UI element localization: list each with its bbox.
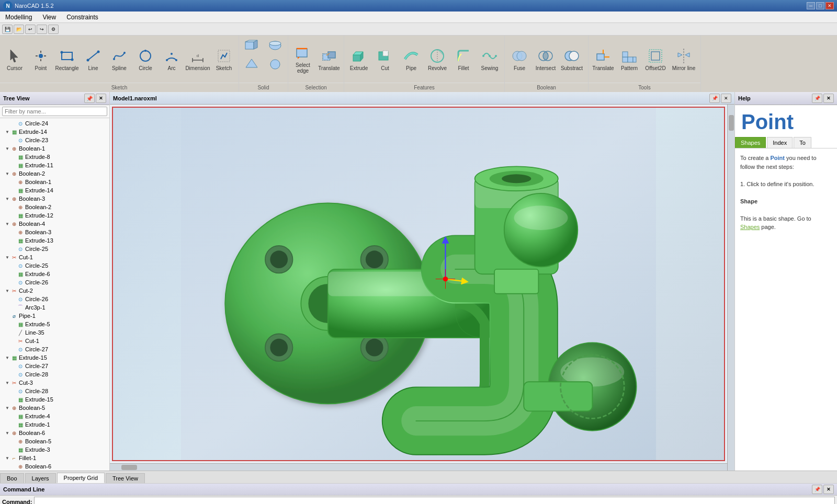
tree-item-boolean-1[interactable]: ▼ ⊕ Boolean-1 [0, 144, 109, 153]
tree-item-extrude-5[interactable]: ▦ Extrude-5 [0, 320, 109, 328]
scrollbar-thumb-v[interactable] [729, 115, 734, 131]
pattern-tool[interactable]: Pattern [617, 40, 642, 78]
tree-item-extrude-11[interactable]: ▦ Extrude-11 [0, 161, 109, 169]
offset2d-tool[interactable]: Offset2D [643, 40, 668, 78]
help-pin-button[interactable]: 📌 [812, 94, 822, 103]
solid-tool-2[interactable] [264, 37, 287, 54]
tree-item-boolean-6b[interactable]: ⊕ Boolean-6 [0, 462, 109, 471]
tree-item-extrude-14[interactable]: ▼ ▦ Extrude-14 [0, 128, 109, 136]
tree-item-boolean-2[interactable]: ▼ ⊕ Boolean-2 [0, 169, 109, 178]
translate-tool[interactable]: Translate [316, 40, 342, 78]
viewport-canvas[interactable] [112, 107, 725, 461]
pipe-tool[interactable]: Pipe [399, 40, 424, 78]
help-tab-shapes[interactable]: Shapes [735, 137, 766, 148]
close-button[interactable]: ✕ [825, 2, 834, 9]
cursor-tool[interactable]: Cursor [2, 40, 27, 78]
menu-modelling[interactable]: Modelling [0, 13, 37, 22]
tree-item-boolean-3[interactable]: ▼ ⊕ Boolean-3 [0, 194, 109, 203]
tree-item-circle-28b[interactable]: ⊙ Circle-28 [0, 387, 109, 395]
fuse-tool[interactable]: Fuse [507, 40, 532, 78]
tree-item-extrude-13[interactable]: ▦ Extrude-13 [0, 236, 109, 245]
tree-search-input[interactable] [2, 107, 107, 116]
tree-item-boolean-5[interactable]: ▼ ⊕ Boolean-5 [0, 404, 109, 412]
tree-item-extrude-1[interactable]: ▦ Extrude-1 [0, 420, 109, 429]
arc-tool[interactable]: Arc [159, 40, 184, 78]
help-tab-index[interactable]: Index [767, 137, 793, 148]
command-close-button[interactable]: ✕ [823, 485, 834, 494]
quickaccess-btn-2[interactable]: 📂 [14, 25, 24, 34]
viewport-scrollbar-horizontal[interactable] [110, 463, 727, 471]
tree-item-extrude-6[interactable]: ▦ Extrude-6 [0, 270, 109, 278]
tree-item-extrude-8[interactable]: ▦ Extrude-8 [0, 153, 109, 161]
tree-item-boolean-2b[interactable]: ⊕ Boolean-2 [0, 203, 109, 211]
tree-item-arc3p-1[interactable]: ⌒ Arc3p-1 [0, 303, 109, 312]
shapes-link[interactable]: Shapes [740, 224, 760, 230]
tree-item-cut-1[interactable]: ▼ ✂ Cut-1 [0, 253, 109, 261]
sewing-tool[interactable]: Sewing [477, 40, 502, 78]
command-input[interactable] [34, 497, 835, 504]
tree-item-cut-3[interactable]: ▼ ✂ Cut-3 [0, 379, 109, 387]
tree-item-boolean-5b[interactable]: ⊕ Boolean-5 [0, 437, 109, 445]
quickaccess-btn-3[interactable]: ↩ [25, 25, 36, 34]
spline-tool[interactable]: Spline [107, 40, 132, 78]
quickaccess-btn-1[interactable]: 💾 [2, 25, 13, 34]
tree-item-line-35[interactable]: ╱ Line-35 [0, 328, 109, 337]
tree-item-boolean-1b[interactable]: ⊕ Boolean-1 [0, 178, 109, 186]
tree-item-boolean-3b[interactable]: ⊕ Boolean-3 [0, 228, 109, 236]
tree-item-extrude-15b[interactable]: ▦ Extrude-15 [0, 395, 109, 404]
tree-item-circle-23[interactable]: ⊙ Circle-23 [0, 136, 109, 144]
intersect-tool[interactable]: Intersect [533, 40, 558, 78]
menu-constraints[interactable]: Constraints [61, 13, 104, 22]
mirrorline-tool[interactable]: Mirror line [669, 40, 698, 78]
solid-tool-4[interactable] [264, 55, 287, 73]
maximize-button[interactable]: □ [816, 2, 824, 9]
tree-item-boolean-6[interactable]: ▼ ⊕ Boolean-6 [0, 429, 109, 437]
dimension-tool[interactable]: d Dimension [185, 40, 210, 78]
tree-item-pipe-1[interactable]: ⌀ Pipe-1 [0, 312, 109, 320]
tree-item-extrude-3[interactable]: ▦ Extrude-3 [0, 445, 109, 454]
quickaccess-btn-5[interactable]: ⚙ [48, 25, 59, 34]
rectangle-tool[interactable]: Rectangle [54, 40, 80, 78]
revolve-tool[interactable]: Revolve [425, 40, 450, 78]
fillet-tool[interactable]: Fillet [451, 40, 476, 78]
solid-tool-3[interactable] [240, 55, 263, 73]
tree-item-extrude-14b[interactable]: ▦ Extrude-14 [0, 186, 109, 194]
tree-close-button[interactable]: ✕ [96, 94, 106, 103]
solid-tool-1[interactable] [240, 37, 263, 54]
tree-item-extrude-12[interactable]: ▦ Extrude-12 [0, 211, 109, 220]
minimize-button[interactable]: ─ [807, 2, 815, 9]
tab-layers[interactable]: Layers [25, 473, 56, 483]
tree-item-circle-24[interactable]: ⊙ Circle-24 [0, 119, 109, 128]
help-tab-to[interactable]: To [794, 137, 811, 148]
viewport-pin-button[interactable]: 📌 [709, 94, 720, 103]
tree-item-extrude-4[interactable]: ▦ Extrude-4 [0, 412, 109, 420]
tree-item-circle-28a[interactable]: ⊙ Circle-28 [0, 370, 109, 379]
sketch-tool[interactable]: Sketch [211, 40, 236, 78]
tree-item-boolean-4[interactable]: ▼ ⊕ Boolean-4 [0, 220, 109, 228]
quickaccess-btn-4[interactable]: ↪ [37, 25, 47, 34]
line-tool[interactable]: Line [81, 40, 106, 78]
tree-item-circle-26a[interactable]: ⊙ Circle-26 [0, 278, 109, 287]
tree-item-circle-26b[interactable]: ⊙ Circle-26 [0, 295, 109, 303]
tree-item-cut-1b[interactable]: ✂ Cut-1 [0, 337, 109, 345]
tree-item-fillet-1[interactable]: ▼ ⌐ Fillet-1 [0, 454, 109, 462]
tree-item-circle-25a[interactable]: ⊙ Circle-25 [0, 245, 109, 253]
tree-item-circle-27b[interactable]: ⊙ Circle-27 [0, 362, 109, 370]
cut-tool[interactable]: Cut [372, 40, 398, 78]
circle-tool[interactable]: Circle [133, 40, 158, 78]
tab-tree-view[interactable]: Tree View [106, 473, 145, 483]
substract-tool[interactable]: Substract [559, 40, 584, 78]
tab-property-grid[interactable]: Property Grid [57, 473, 105, 483]
tree-pin-button[interactable]: 📌 [84, 94, 95, 103]
viewport-close-button[interactable]: ✕ [721, 94, 731, 103]
tree-item-extrude-15[interactable]: ▼ ▦ Extrude-15 [0, 353, 109, 362]
extrude-tool[interactable]: Extrude [346, 40, 371, 78]
viewport-scrollbar-vertical[interactable] [727, 105, 734, 471]
translate2-tool[interactable]: Translate [591, 40, 616, 78]
scrollbar-thumb-h[interactable] [121, 465, 137, 470]
point-tool[interactable]: Point [28, 40, 53, 78]
command-pin-button[interactable]: 📌 [812, 485, 822, 494]
help-close-button[interactable]: ✕ [823, 94, 834, 103]
tab-boo[interactable]: Boo [0, 473, 24, 483]
tree-item-circle-25b[interactable]: ⊙ Circle-25 [0, 261, 109, 270]
